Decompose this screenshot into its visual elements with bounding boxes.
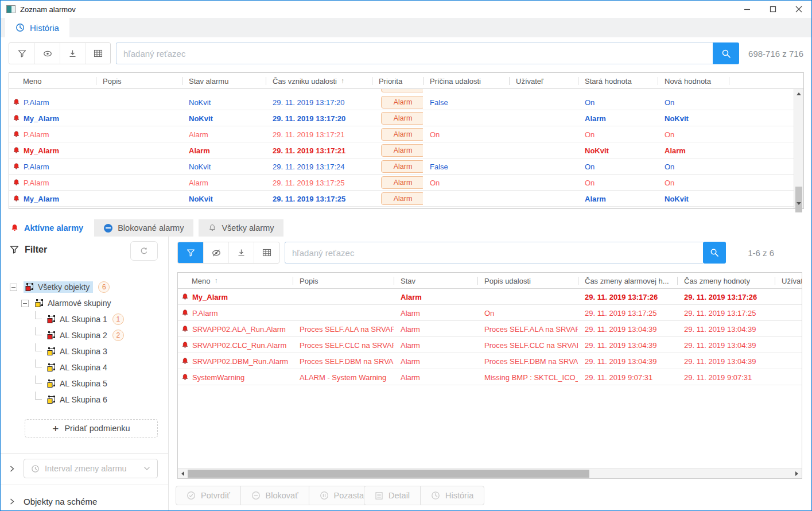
active-alarm-row[interactable]: P.AlarmAlarmOn29. 11. 2019 13:17:2529. 1… [178,305,802,321]
column-header[interactable]: Stará hodnota [578,73,658,89]
column-header[interactable]: Užívateľ [775,273,802,289]
cell: Proces SELF.ALA na SRVAP... [477,321,578,337]
cell [477,289,578,305]
history-row[interactable]: Alarm [9,89,794,94]
active-alarm-row[interactable]: SRVAPP02.DBM_Run.AlarmProces SELF.DBM na… [178,353,802,369]
filter-button[interactable] [9,43,34,64]
column-header[interactable] [729,73,803,89]
block-button[interactable]: Blokovať [240,486,309,505]
objects-on-scheme-section[interactable]: Objekty na schéme [1,493,168,510]
export-button[interactable] [228,242,254,263]
scrollbar-thumb[interactable] [188,470,589,478]
filter-button-active[interactable] [178,242,203,263]
bottom-tabstrip: Aktívne alarmy Blokované alarmy Všetky a… [1,219,283,237]
cell [509,191,578,207]
tree-item-al-skupina-4[interactable]: AL Skupina 4 [1,359,168,375]
columns-button[interactable] [254,242,279,263]
history-row[interactable]: My_AlarmNoKvit29. 11. 2019 13:17:25Alarm… [9,191,794,207]
sort-ascending-icon: ↑ [341,77,344,85]
tree-item-al-skupina-3[interactable]: AL Skupina 3 [1,343,168,359]
cell [96,126,182,142]
expand-chevron[interactable] [1,498,24,505]
priority-badge: Alarm [381,89,423,92]
tab-blocked-alarms[interactable]: Blokované alarmy [94,219,193,237]
active-alarm-row[interactable]: My_AlarmAlarm29. 11. 2019 13:17:2629. 11… [178,289,802,305]
cell: 29. 11. 2019 13:04:39 [578,337,677,353]
active-alarm-row[interactable]: SRVAPP02.CLC_Run.AlarmProces SELF.CLC na… [178,337,802,353]
cell [729,142,794,158]
history-row[interactable]: P.AlarmAlarm29. 11. 2019 13:17:25AlarmOn… [9,175,794,191]
history-vertical-scrollbar[interactable] [794,89,803,208]
scroll-up-arrow[interactable] [794,89,803,98]
add-condition-button[interactable]: + Pridať podmienku [25,419,158,438]
column-header[interactable]: Nová hodnota [658,73,729,89]
cell [509,94,578,110]
history-row[interactable]: My_AlarmAlarm29. 11. 2019 13:17:21AlarmN… [9,142,794,158]
column-header[interactable]: Priorita [372,73,423,89]
cell: 29. 11. 2019 13:17:25 [266,191,372,207]
history-search-button[interactable] [713,42,739,64]
active-alarm-row[interactable]: SRVAPP02.ALA_Run.AlarmProces SELF.ALA na… [178,321,802,337]
column-header[interactable]: Popis [96,73,182,89]
column-header[interactable]: Užívateľ [509,73,578,89]
tree-item-all-objects[interactable]: Všetky objekty6 [1,279,168,295]
column-header[interactable]: Popis [293,273,394,289]
interval-dropdown[interactable]: Interval zmeny alarmu [24,459,158,478]
priority-badge: Alarm [381,144,423,157]
history-row[interactable]: P.AlarmNoKvit29. 11. 2019 13:17:24AlarmF… [9,158,794,175]
alarm-bell-icon [13,179,20,187]
count-badge: 1 [112,313,124,325]
cell: Alarm [394,289,477,305]
scroll-right-arrow[interactable] [792,469,802,478]
confirm-button[interactable]: Potvrdiť [176,486,241,505]
minimize-button[interactable] [734,1,760,18]
export-button[interactable] [60,43,85,64]
column-header[interactable]: Popis udalosti [477,273,578,289]
cell [775,289,802,305]
history-row[interactable]: P.AlarmNoKvit29. 11. 2019 13:17:20AlarmF… [9,94,794,110]
cell: On [658,158,729,175]
column-header[interactable]: Stav [394,273,477,289]
cell: Alarm [372,158,423,175]
close-button[interactable] [786,1,811,18]
cell: 29. 11. 2019 13:04:39 [677,337,775,353]
active-alarm-row[interactable]: SystemWarningALARM - System WarningAlarm… [178,369,802,385]
cell [775,321,802,337]
tab-historia[interactable]: História [5,18,69,37]
tree-item-al-skupina-5[interactable]: AL Skupina 5 [1,375,168,392]
cell [775,337,802,353]
history-search-input[interactable] [116,42,713,64]
horizontal-scrollbar[interactable] [178,469,802,478]
tree-expander[interactable] [10,284,17,291]
column-header[interactable]: Meno [9,73,96,89]
history-row[interactable]: My_AlarmNoKvit29. 11. 2019 13:17:20Alarm… [9,110,794,126]
tab-active-alarms[interactable]: Aktívne alarmy [1,219,93,237]
column-header[interactable]: Príčina udalosti [423,73,509,89]
maximize-button[interactable] [760,1,786,18]
column-header[interactable]: Čas zmeny hodnoty [677,273,775,289]
tree-item-alarm-groups[interactable]: Alarmové skupiny [1,295,168,311]
visibility-button[interactable] [34,43,60,64]
column-header[interactable]: Čas vzniku udalosti↑ [266,73,372,89]
cell [96,110,182,126]
history-row[interactable]: P.AlarmAlarm29. 11. 2019 13:17:21AlarmOn… [9,126,794,142]
scroll-down-arrow[interactable] [794,199,803,208]
expand-chevron[interactable] [1,465,24,473]
column-header[interactable]: Meno↑ [178,273,293,289]
hide-button[interactable] [203,242,228,263]
tree-item-al-skupina-1[interactable]: AL Skupina 11 [1,311,168,327]
column-header[interactable]: Stav alarmu [182,73,266,89]
scroll-left-arrow[interactable] [178,469,187,478]
active-search-input[interactable] [285,242,703,264]
tree-item-al-skupina-6[interactable]: AL Skupina 6 [1,392,168,408]
active-search-button[interactable] [703,242,726,264]
column-header[interactable]: Čas zmeny alarmovej h... [578,273,677,289]
detail-button[interactable]: Detail [364,486,421,505]
tab-all-alarms[interactable]: Všetky alarmy [199,219,283,237]
tree-expander[interactable] [21,300,29,307]
refresh-button[interactable] [130,241,158,261]
history-button[interactable]: História [420,486,484,505]
columns-button[interactable] [85,43,110,64]
tree-item-al-skupina-2[interactable]: AL Skupina 22 [1,327,168,343]
cell: My_Alarm [9,142,96,158]
